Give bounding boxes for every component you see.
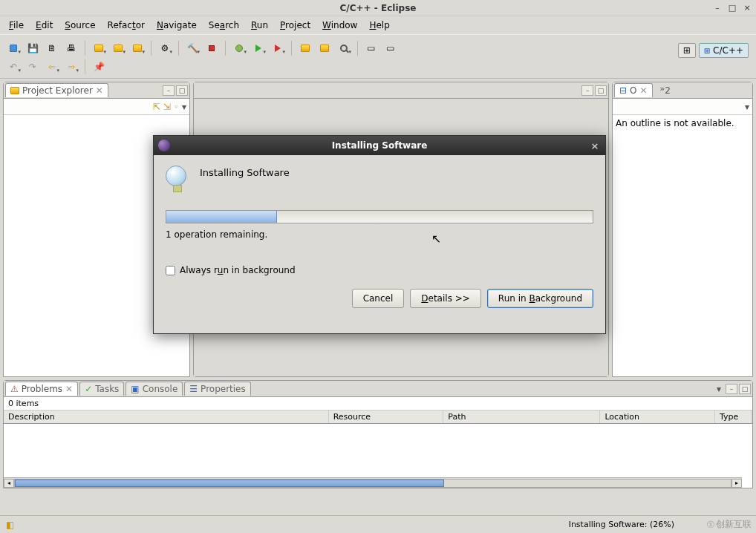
menu-project[interactable]: Project xyxy=(276,19,315,32)
status-icon[interactable]: ◧ xyxy=(6,520,14,530)
print-button[interactable]: 🖶 xyxy=(62,40,80,56)
always-background-label[interactable]: Always run in background xyxy=(180,265,296,275)
always-background-checkbox[interactable] xyxy=(166,266,175,275)
editor-maximize-button[interactable]: □ xyxy=(595,85,607,96)
editor-minimize-button[interactable]: – xyxy=(581,85,593,96)
focus-icon[interactable]: ◦ xyxy=(174,102,179,112)
save-button[interactable]: 💾 xyxy=(24,40,42,56)
nav-back-button[interactable]: ↶ xyxy=(4,59,22,75)
minimize-view-button[interactable]: – xyxy=(726,384,737,394)
scroll-right-icon[interactable]: ▸ xyxy=(731,479,742,488)
menu-edit[interactable]: Edit xyxy=(31,19,57,32)
toggle-mark-button[interactable]: ▭ xyxy=(362,40,380,56)
run-button[interactable] xyxy=(250,40,267,56)
toolbar-area: 💾 🗎 🖶 ⚙ 🔨 ▭ ▭ ↶ ↷ ⇐ ⇒ 📌 xyxy=(0,34,756,79)
col-path[interactable]: Path xyxy=(443,411,600,423)
bottom-panel: ⚠ Problems ✕ ✓ Tasks ▣ Console ☰ Propert… xyxy=(3,380,753,488)
menu-run[interactable]: Run xyxy=(247,19,273,32)
outline-panel: ⊟ O ✕ »2 ▾ An outline is not available. xyxy=(612,82,753,377)
lightbulb-icon xyxy=(166,166,189,198)
maximize-button[interactable]: □ xyxy=(726,3,738,13)
collapse-all-icon[interactable]: ⇱ xyxy=(153,102,160,112)
console-tab[interactable]: ▣ Console xyxy=(126,382,183,396)
menu-file[interactable]: FFileile xyxy=(4,19,28,32)
pin-button[interactable]: 📌 xyxy=(90,59,108,75)
minimize-button[interactable]: – xyxy=(711,3,723,13)
status-progress-text: Installing Software: (26%) xyxy=(569,520,674,529)
minimize-view-button[interactable]: – xyxy=(163,85,175,96)
close-tab-icon[interactable]: ✕ xyxy=(96,85,103,96)
col-location[interactable]: Location xyxy=(600,411,715,423)
progress-status: 1 operation remaining. xyxy=(166,229,593,240)
link-editor-icon[interactable]: ⇲ xyxy=(163,102,171,112)
tasks-icon: ✓ xyxy=(85,384,92,394)
view-menu-icon[interactable]: ▾ xyxy=(717,384,721,394)
details-button[interactable]: Details >> xyxy=(410,289,481,308)
view-menu-icon[interactable]: ▾ xyxy=(182,102,186,112)
run-last-button[interactable] xyxy=(269,40,287,56)
window-titlebar: C/C++ - Eclipse – □ × xyxy=(0,0,756,16)
save-all-button[interactable]: 🗎 xyxy=(43,40,61,56)
debug-button[interactable] xyxy=(230,40,248,56)
open-type-button[interactable] xyxy=(296,40,314,56)
new-project-button[interactable] xyxy=(90,40,108,56)
outline-body: An outline is not available. xyxy=(613,115,752,376)
menu-refactor[interactable]: Refactor xyxy=(103,19,149,32)
nav-next-button[interactable]: ⇒ xyxy=(62,59,80,75)
tasks-tab[interactable]: ✓ Tasks xyxy=(79,382,124,396)
toggle-block-button[interactable]: ▭ xyxy=(382,40,400,56)
more-views[interactable]: »2 xyxy=(660,84,671,96)
status-bar: ◧ Installing Software: (26%) Ⓧ 创新互联 xyxy=(0,515,756,533)
problems-count: 0 items xyxy=(4,397,752,410)
close-tab-icon[interactable]: ✕ xyxy=(640,85,648,96)
problems-table-body[interactable]: ◂ ▸ xyxy=(4,424,752,488)
properties-icon: ☰ xyxy=(189,384,198,394)
problems-tab[interactable]: ⚠ Problems ✕ xyxy=(5,382,78,396)
properties-tab[interactable]: ☰ Properties xyxy=(184,382,250,396)
watermark: Ⓧ 创新互联 xyxy=(707,518,752,531)
window-title: C/C++ - Eclipse xyxy=(340,3,417,13)
menu-help[interactable]: Help xyxy=(365,19,394,32)
run-in-background-button[interactable]: Run in Background xyxy=(487,289,593,308)
menu-source[interactable]: Source xyxy=(60,19,100,32)
open-task-button[interactable] xyxy=(316,40,333,56)
progress-bar xyxy=(166,210,593,223)
horizontal-scrollbar[interactable]: ◂ ▸ xyxy=(4,477,742,488)
outline-icon: ⊟ xyxy=(619,85,627,96)
close-button[interactable]: × xyxy=(741,3,753,13)
menu-window[interactable]: Window xyxy=(318,19,362,32)
close-tab-icon[interactable]: ✕ xyxy=(65,384,73,394)
dialog-title-text: Installing Software xyxy=(332,140,428,151)
maximize-view-button[interactable]: □ xyxy=(176,85,188,96)
col-description[interactable]: Description xyxy=(4,411,329,423)
outline-menu-icon[interactable]: ▾ xyxy=(745,102,749,112)
open-perspective-button[interactable]: ⊞ xyxy=(678,43,696,58)
build-button[interactable]: ⚙ xyxy=(156,40,174,56)
folder-icon xyxy=(10,87,19,94)
col-resource[interactable]: Resource xyxy=(329,411,444,423)
installing-software-dialog: Installing Software × Installing Softwar… xyxy=(153,135,606,334)
problems-table-header: Description Resource Path Location Type xyxy=(4,410,752,424)
perspective-cpp[interactable]: ⊞ C/C++ xyxy=(699,43,749,58)
dialog-close-button[interactable]: × xyxy=(589,140,601,151)
cpp-icon: ⊞ xyxy=(704,47,710,55)
eclipse-icon xyxy=(158,140,170,151)
nav-prev-button[interactable]: ⇐ xyxy=(43,59,61,75)
menu-search[interactable]: Search xyxy=(204,19,244,32)
stop-button[interactable] xyxy=(203,40,221,56)
col-type[interactable]: Type xyxy=(715,411,752,423)
menu-navigate[interactable]: Navigate xyxy=(152,19,201,32)
search-button[interactable] xyxy=(335,40,353,56)
new-folder-button[interactable] xyxy=(109,40,127,56)
project-explorer-tab[interactable]: Project Explorer ✕ xyxy=(5,83,108,97)
menu-bar: FFileile Edit Source Refactor Navigate S… xyxy=(0,16,756,34)
hammer-button[interactable]: 🔨 xyxy=(183,40,201,56)
new-button[interactable] xyxy=(4,40,22,56)
dialog-titlebar[interactable]: Installing Software × xyxy=(154,136,605,155)
outline-tab[interactable]: ⊟ O ✕ xyxy=(614,83,653,97)
nav-fwd-button[interactable]: ↷ xyxy=(24,59,42,75)
maximize-view-button[interactable]: □ xyxy=(739,384,751,394)
cancel-button[interactable]: Cancel xyxy=(352,289,405,308)
scroll-left-icon[interactable]: ◂ xyxy=(4,479,14,488)
new-file-button[interactable] xyxy=(128,40,146,56)
